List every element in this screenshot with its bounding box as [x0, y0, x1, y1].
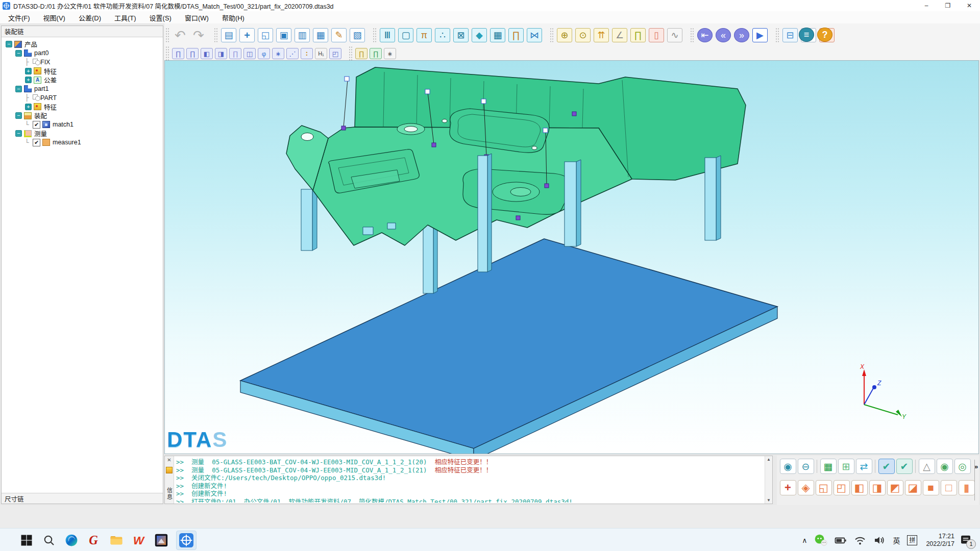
scroll-down-icon[interactable]: ▼	[767, 497, 771, 504]
target-dome-2-icon[interactable]: ◎	[954, 459, 971, 474]
point-pair-icon[interactable]: ∶	[301, 47, 313, 60]
tree-item-label[interactable]: 测量	[34, 129, 47, 138]
redo-button-icon[interactable]: ↷	[190, 27, 207, 43]
taskbar-start-icon[interactable]	[19, 533, 34, 548]
taskbar-dtas-icon[interactable]	[176, 531, 197, 550]
surface-patch-icon[interactable]: ◆	[471, 27, 487, 43]
new-file-icon[interactable]: +	[239, 27, 255, 43]
expand-icon[interactable]: +	[25, 68, 32, 74]
collapse-icon[interactable]: −	[15, 50, 22, 57]
toolbar-drag-handle[interactable]	[165, 28, 169, 43]
menu-设置S[interactable]: 设置(S)	[144, 12, 177, 23]
tray-lang-pinyin-icon[interactable]: 拼	[907, 535, 917, 545]
taskbar-g-app-icon[interactable]: G	[86, 533, 102, 548]
tray-tray-chevron-icon[interactable]: ∧	[802, 536, 807, 544]
close-button[interactable]: ✕	[959, 0, 980, 11]
play-forward-icon[interactable]: »	[733, 27, 750, 43]
toolbar-drag-handle[interactable]	[775, 28, 779, 43]
view-back-icon[interactable]: ◪	[905, 480, 921, 495]
expand-icon[interactable]: +	[25, 77, 32, 83]
taskbar-photos-icon[interactable]	[154, 533, 169, 548]
tray-volume-icon[interactable]	[873, 534, 886, 546]
tree-item-label[interactable]: PART	[40, 94, 57, 102]
link-points-icon[interactable]: ⋰	[286, 47, 299, 60]
dimension-chain-bar[interactable]: 尺寸链	[2, 493, 163, 504]
tray-lang-en-icon[interactable]: 英	[893, 535, 900, 545]
menu-公差D[interactable]: 公差(D)	[74, 12, 106, 23]
toolbar-drag-handle[interactable]	[690, 28, 694, 43]
log-tab-info[interactable]: 信息	[165, 487, 174, 500]
section-frame-icon[interactable]: ▢	[398, 27, 414, 43]
tree-item-match1[interactable]: └✔match1	[3, 120, 163, 130]
taskbar-file-explorer-icon[interactable]	[109, 533, 124, 548]
notification-center-icon[interactable]: 1	[960, 534, 973, 547]
edit-doc-icon[interactable]: ✎	[331, 27, 347, 43]
grid-solid-icon[interactable]: ▦	[820, 459, 837, 474]
tree-item-label[interactable]: 产品	[24, 39, 37, 49]
sim-clamp-green-icon[interactable]: ∏	[370, 47, 382, 60]
view-bottom-icon[interactable]: ◱	[816, 480, 832, 495]
tree-item-label[interactable]: match1	[53, 121, 74, 128]
calc-sheet-icon[interactable]: ⊟	[782, 27, 798, 43]
tree-item-PART[interactable]: ├PART	[3, 93, 163, 103]
play-back-icon[interactable]: «	[715, 27, 731, 43]
save-file-icon[interactable]: ▦	[312, 27, 329, 43]
target-dome-1-icon[interactable]: ◉	[937, 459, 953, 474]
tree-item-measure1[interactable]: └✔measure1	[3, 138, 163, 147]
toolbar-drag-handle[interactable]	[550, 28, 553, 43]
tree-item-特征[interactable]: +特征	[3, 67, 163, 76]
sim-clamp-yellow-icon[interactable]: ∏	[355, 47, 368, 60]
match-check-active-icon[interactable]: ✔	[878, 459, 895, 474]
play-first-icon[interactable]: ⇤	[697, 27, 713, 43]
tree-item-label[interactable]: 装配	[34, 111, 47, 120]
menu-窗口W[interactable]: 窗口(W)	[180, 12, 214, 23]
visibility-checkbox[interactable]: ✔	[33, 121, 40, 129]
toolbar-drag-handle[interactable]	[165, 46, 169, 61]
menu-文件F[interactable]: 文件(F)	[3, 12, 35, 23]
dial-indicator-icon[interactable]: ⊙	[575, 27, 591, 43]
tree-item-FIX[interactable]: ├FIX	[3, 58, 163, 67]
fit-view-icon[interactable]: +	[780, 480, 796, 495]
menu-工具T[interactable]: 工具(T)	[109, 12, 141, 23]
tree-item-产品[interactable]: −产品	[3, 40, 163, 49]
assembly-station-2-icon[interactable]: ∏	[186, 47, 199, 60]
visibility-checkbox[interactable]: ✔	[33, 139, 40, 146]
toolbar-drag-handle[interactable]	[214, 28, 217, 43]
collapse-icon[interactable]: −	[15, 130, 22, 137]
box-feature-icon[interactable]: ◰	[329, 47, 341, 60]
tree-item-label[interactable]: measure1	[53, 139, 81, 146]
menu-视图V[interactable]: 视图(V)	[38, 12, 70, 23]
tree-item-测量[interactable]: −测量	[3, 129, 163, 138]
view-front-icon[interactable]: ◩	[887, 480, 903, 495]
collapse-icon[interactable]: −	[15, 112, 22, 119]
simulation-video-icon[interactable]: ▶	[752, 27, 768, 43]
compass-gauge-icon[interactable]: ⊕	[556, 27, 573, 43]
more-tools-chevron[interactable]: »	[974, 463, 978, 470]
view-left-icon[interactable]: ◧	[851, 480, 868, 495]
tree-item-label[interactable]: part1	[34, 85, 49, 92]
taskbar-edge-icon[interactable]	[64, 533, 79, 548]
angle-pencil-icon[interactable]: ∠	[611, 27, 628, 43]
fixture-table-icon[interactable]: ∏	[630, 27, 646, 43]
compare-doc-icon[interactable]: ▥	[294, 27, 310, 43]
maximize-button[interactable]: ❐	[937, 0, 959, 11]
minimize-button[interactable]: –	[916, 0, 937, 11]
tree-item-公差[interactable]: +公差	[3, 76, 163, 85]
cross-curves-icon[interactable]: ⊠	[453, 27, 469, 43]
fixture-stool-icon[interactable]: π	[416, 27, 432, 43]
align-table-icon[interactable]: ∏	[229, 47, 241, 60]
tree-item-特征[interactable]: +特征	[3, 103, 163, 112]
tree-item-label[interactable]: 特征	[44, 66, 57, 76]
toolbar-drag-handle[interactable]	[373, 28, 376, 43]
toolbar-drag-handle[interactable]	[349, 46, 352, 61]
collapse-icon[interactable]: −	[15, 86, 22, 92]
cube-wire-icon[interactable]: □	[941, 480, 957, 495]
open-file-icon[interactable]: ◱	[257, 27, 274, 43]
show-entity-icon[interactable]: ◉	[780, 459, 796, 474]
view-iso-icon[interactable]: ◈	[798, 480, 814, 495]
report-doc-icon[interactable]: ▣	[276, 27, 292, 43]
h1-dimension-icon[interactable]: H₁	[315, 47, 327, 60]
taskbar-wps-office-icon[interactable]: W	[131, 533, 146, 548]
tree-item-part1[interactable]: −part1	[3, 85, 163, 94]
datum-columns-icon[interactable]: Ⅲ	[379, 27, 396, 43]
